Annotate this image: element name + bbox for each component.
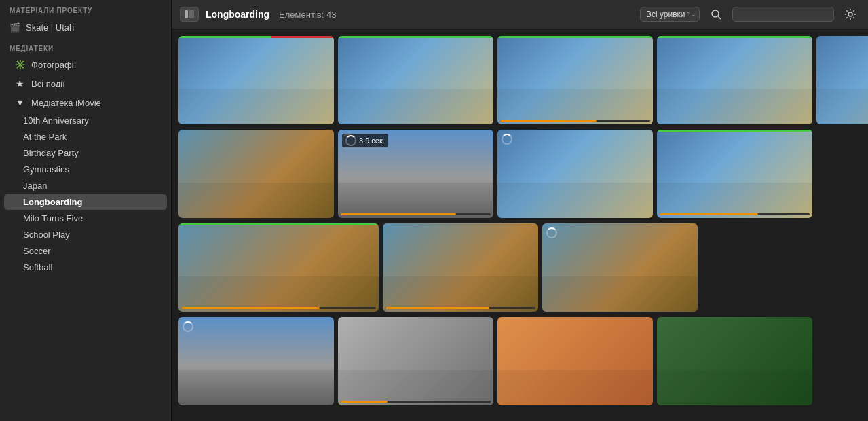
libraries-section-title: МЕДІАТЕКИ xyxy=(0,38,171,55)
filter-select[interactable]: Всі уривки Вибрані Відхилені xyxy=(640,7,700,22)
media-thumb[interactable] xyxy=(338,36,493,124)
search-icon xyxy=(711,9,721,20)
media-thumb[interactable] xyxy=(178,223,379,312)
project-title: Skate | Utah xyxy=(26,22,74,33)
sidebar-item-imovie-library[interactable]: ▾ Медіатека iMovie xyxy=(4,94,167,111)
grid-row xyxy=(178,317,861,405)
svg-rect-6 xyxy=(338,89,493,124)
svg-rect-5 xyxy=(178,89,334,124)
thumb-content xyxy=(657,317,812,405)
sidebar-toggle-button[interactable] xyxy=(180,7,199,22)
svg-line-3 xyxy=(718,16,721,19)
top-bar-green xyxy=(497,36,653,38)
star-icon: ★ xyxy=(14,78,26,89)
media-thumb[interactable] xyxy=(542,223,698,312)
media-thumb[interactable] xyxy=(657,130,812,218)
thumb-content xyxy=(542,223,698,312)
thumb-content xyxy=(178,223,379,312)
photos-label: Фотографії xyxy=(31,60,76,70)
search-button[interactable] xyxy=(706,5,725,24)
svg-rect-12 xyxy=(497,183,653,218)
thumb-content xyxy=(178,130,334,218)
project-item[interactable]: 🎬 Skate | Utah xyxy=(0,17,171,38)
progress-bar xyxy=(385,307,535,309)
sidebar-item-softball[interactable]: Softball xyxy=(4,259,167,275)
progress-bar xyxy=(341,213,491,215)
all-events-label: Всі події xyxy=(31,79,65,89)
progress-bar xyxy=(181,307,376,309)
grid-row: 3,9 сек. xyxy=(178,130,861,218)
media-thumb[interactable] xyxy=(178,130,334,218)
thumb-content xyxy=(657,36,812,124)
imovie-library-label: Медіатека iMovie xyxy=(31,98,101,108)
media-thumb[interactable] xyxy=(497,317,653,405)
svg-rect-16 xyxy=(542,276,698,312)
sidebar-item-japan[interactable]: Japan xyxy=(4,178,167,194)
top-bar-green xyxy=(657,36,812,38)
gear-icon xyxy=(844,8,856,20)
sidebar: МАТЕРІАЛИ ПРОЕКТУ 🎬 Skate | Utah МЕДІАТЕ… xyxy=(0,0,172,421)
thumb-content xyxy=(657,130,812,218)
search-input[interactable] xyxy=(732,7,834,22)
sidebar-item-school-play[interactable]: School Play xyxy=(4,227,167,242)
loading-spinner xyxy=(502,134,512,147)
top-bar-green xyxy=(338,36,493,38)
main-content: Longboarding Елементів: 43 Всі уривки Ви… xyxy=(172,0,868,421)
progress-bar xyxy=(660,213,810,215)
library-sub-items: 10th AnniversaryAt the ParkBirthday Part… xyxy=(0,112,171,276)
svg-rect-10 xyxy=(178,183,334,218)
media-thumb[interactable] xyxy=(178,36,334,124)
media-thumb[interactable] xyxy=(497,130,653,218)
sidebar-item-gymnastics[interactable]: Gymnastics xyxy=(4,162,167,177)
grid-row xyxy=(178,223,861,312)
toolbar: Longboarding Елементів: 43 Всі уривки Ви… xyxy=(172,0,868,29)
svg-rect-1 xyxy=(189,10,194,18)
toolbar-title: Longboarding xyxy=(206,9,269,20)
media-thumb[interactable] xyxy=(178,317,334,405)
media-thumb[interactable] xyxy=(497,36,653,124)
svg-point-2 xyxy=(712,10,719,17)
toolbar-count: Елементів: 43 xyxy=(279,10,336,20)
chevron-down-icon: ▾ xyxy=(14,97,26,108)
grid-row xyxy=(178,36,861,124)
svg-rect-20 xyxy=(657,370,812,405)
thumb-content xyxy=(178,36,334,124)
project-section-title: МАТЕРІАЛИ ПРОЕКТУ xyxy=(0,0,171,17)
sidebar-item-at-the-park[interactable]: At the Park xyxy=(4,129,167,145)
thumb-content xyxy=(497,130,653,218)
thumb-content xyxy=(383,223,538,312)
svg-point-4 xyxy=(848,12,852,16)
top-bar-split xyxy=(178,36,334,38)
media-grid: 3,9 сек. xyxy=(172,29,868,421)
sidebar-item-milo-turns-five[interactable]: Milo Turns Five xyxy=(4,210,167,226)
sidebar-item-longboarding[interactable]: Longboarding xyxy=(4,194,167,210)
media-thumb[interactable] xyxy=(338,317,493,405)
clapper-icon: 🎬 xyxy=(10,22,20,33)
sidebar-item-soccer[interactable]: Soccer xyxy=(4,243,167,259)
photos-icon: ✳️ xyxy=(14,59,26,70)
media-thumb[interactable] xyxy=(383,223,538,312)
loading-spinner xyxy=(183,321,193,335)
sidebar-item-photos[interactable]: ✳️ Фотографії xyxy=(4,56,167,73)
media-thumb[interactable] xyxy=(657,36,812,124)
loading-spinner xyxy=(546,227,557,241)
thumb-content xyxy=(497,36,653,124)
svg-rect-9 xyxy=(816,89,868,124)
thumb-content xyxy=(178,317,334,405)
duration-badge: 3,9 сек. xyxy=(342,134,388,147)
progress-bar xyxy=(500,120,650,122)
thumb-content xyxy=(816,36,868,124)
settings-button[interactable] xyxy=(841,5,860,24)
svg-rect-0 xyxy=(185,10,188,18)
svg-rect-17 xyxy=(178,370,334,405)
media-thumb[interactable]: 3,9 сек. xyxy=(338,130,493,218)
media-thumb[interactable] xyxy=(657,317,812,405)
sidebar-item-all-events[interactable]: ★ Всі події xyxy=(4,75,167,92)
sidebar-item-10th-anniversary[interactable]: 10th Anniversary xyxy=(4,113,167,128)
media-thumb[interactable] xyxy=(816,36,868,124)
thumb-content xyxy=(338,317,493,405)
top-bar-green xyxy=(657,130,812,132)
sidebar-item-birthday-party[interactable]: Birthday Party xyxy=(4,145,167,161)
thumb-content xyxy=(338,36,493,124)
panel-icon xyxy=(185,10,194,18)
